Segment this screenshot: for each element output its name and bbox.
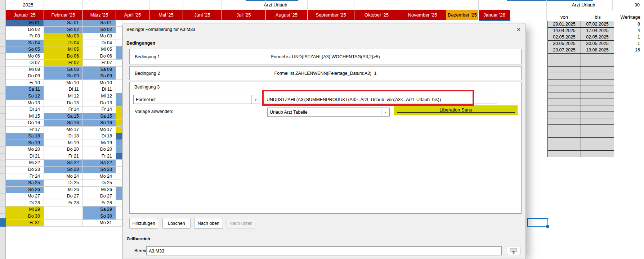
year-cell[interactable]: 2025 bbox=[17, 2, 39, 8]
calendar-day-cell[interactable]: Mo 10 bbox=[44, 80, 83, 87]
calendar-day-cell[interactable]: Do 16 bbox=[6, 120, 44, 127]
calendar-day-cell[interactable]: So 02 bbox=[44, 27, 83, 33]
calendar-day-cell[interactable]: Do 20 bbox=[44, 146, 83, 153]
calendar-day-cell[interactable]: Sa 22 bbox=[44, 160, 83, 167]
calendar-day-cell[interactable]: So 09 bbox=[83, 73, 116, 80]
move-up-button[interactable]: Nach oben bbox=[194, 218, 223, 229]
werktage-cell[interactable] bbox=[614, 112, 641, 118]
formula-input[interactable] bbox=[264, 95, 497, 104]
chevron-down-icon[interactable]: ∨ bbox=[381, 108, 389, 116]
calendar-day-cell[interactable] bbox=[116, 53, 122, 60]
calendar-day-cell[interactable]: Mi 15 bbox=[6, 113, 44, 120]
calendar-day-cell[interactable]: Mo 03 bbox=[44, 33, 83, 40]
calendar-day-cell[interactable]: Di 11 bbox=[44, 86, 83, 93]
month-header-cell[interactable]: August '25 bbox=[266, 10, 308, 20]
calendar-day-cell[interactable]: Sa 01 bbox=[83, 20, 116, 27]
vacation-from-cell[interactable]: 14.04.2025 bbox=[547, 27, 581, 34]
calendar-day-cell[interactable]: Fr 21 bbox=[83, 153, 116, 160]
werktage-cell[interactable]: 4 bbox=[614, 27, 641, 34]
calendar-day-cell[interactable]: So 19 bbox=[6, 140, 44, 147]
calendar-day-cell[interactable] bbox=[116, 187, 122, 194]
calendar-day-cell[interactable]: So 12 bbox=[6, 93, 44, 100]
calendar-day-cell[interactable] bbox=[116, 213, 122, 220]
month-header-cell[interactable]: Mai '25 bbox=[149, 10, 183, 20]
calendar-day-cell[interactable] bbox=[116, 73, 122, 80]
calendar-day-cell[interactable]: Do 06 bbox=[83, 53, 116, 60]
calendar-day-cell[interactable]: Mo 24 bbox=[44, 173, 83, 180]
calendar-day-cell[interactable]: Fr 07 bbox=[44, 60, 83, 67]
werktage-cell[interactable] bbox=[614, 124, 641, 131]
month-header-cell[interactable]: November '25 bbox=[399, 10, 446, 20]
werktage-cell[interactable] bbox=[614, 66, 641, 73]
calendar-day-cell[interactable]: Mi 19 bbox=[83, 140, 116, 147]
calendar-day-cell[interactable]: Di 14 bbox=[6, 106, 44, 113]
werktage-cell[interactable] bbox=[614, 105, 641, 112]
selection-fill-handle[interactable] bbox=[546, 225, 549, 228]
calendar-day-cell[interactable] bbox=[116, 133, 122, 140]
condition-type-dropdown[interactable]: Formel ist ∨ bbox=[133, 95, 260, 104]
calendar-day-cell[interactable] bbox=[116, 113, 122, 120]
werktage-cell[interactable] bbox=[614, 144, 641, 151]
calendar-day-cell[interactable] bbox=[116, 206, 122, 213]
shrink-range-button[interactable] bbox=[507, 246, 520, 255]
vacation-to-cell[interactable] bbox=[581, 66, 614, 73]
vacation-to-cell[interactable] bbox=[581, 92, 614, 99]
calendar-day-cell[interactable] bbox=[44, 220, 83, 227]
calendar-day-cell[interactable]: Do 09 bbox=[6, 73, 44, 80]
vacation-to-cell[interactable] bbox=[581, 105, 614, 112]
calendar-day-cell[interactable]: Sa 04 bbox=[6, 40, 44, 47]
calendar-day-cell[interactable]: Di 18 bbox=[83, 133, 116, 140]
calendar-day-cell[interactable]: Mo 17 bbox=[83, 127, 116, 133]
vacation-to-cell[interactable] bbox=[581, 131, 614, 138]
vacation-to-cell[interactable] bbox=[581, 53, 614, 60]
werktage-cell[interactable] bbox=[614, 79, 641, 86]
calendar-day-cell[interactable] bbox=[44, 206, 83, 213]
vacation-to-cell[interactable] bbox=[581, 99, 614, 105]
month-header-cell[interactable]: September '25 bbox=[308, 10, 354, 20]
calendar-day-cell[interactable]: So 09 bbox=[44, 73, 83, 80]
calendar-day-cell[interactable] bbox=[116, 46, 122, 53]
vacation-from-cell[interactable] bbox=[547, 99, 581, 105]
calendar-day-cell[interactable]: Di 28 bbox=[6, 200, 44, 207]
calendar-day-cell[interactable]: Mi 26 bbox=[83, 187, 116, 194]
calendar-day-cell[interactable]: Fr 14 bbox=[44, 106, 83, 113]
calendar-day-cell[interactable]: Mo 24 bbox=[83, 173, 116, 180]
calendar-day-cell[interactable] bbox=[116, 33, 122, 40]
werktage-cell[interactable] bbox=[614, 118, 641, 125]
calendar-day-cell[interactable]: Fr 28 bbox=[44, 200, 83, 207]
vacation-from-cell[interactable]: 30.05.2025 bbox=[547, 40, 581, 47]
vacation-to-cell[interactable] bbox=[581, 79, 614, 86]
calendar-day-cell[interactable]: Mo 31 bbox=[83, 220, 116, 227]
vacation-from-cell[interactable] bbox=[547, 105, 581, 112]
werktage-cell[interactable]: 8 bbox=[614, 21, 641, 28]
month-header-cell[interactable]: Dezember '25 bbox=[446, 10, 479, 20]
vacation-from-cell[interactable] bbox=[547, 60, 581, 67]
vacation-to-cell[interactable] bbox=[581, 150, 614, 157]
calendar-day-cell[interactable]: So 23 bbox=[83, 167, 116, 173]
calendar-day-cell[interactable]: Sa 15 bbox=[83, 113, 116, 120]
calendar-day-cell[interactable]: Mo 10 bbox=[83, 80, 116, 87]
calendar-day-cell[interactable]: Fr 14 bbox=[83, 106, 116, 113]
calendar-day-cell[interactable]: Sa 18 bbox=[6, 133, 44, 140]
vacation-to-cell[interactable] bbox=[581, 144, 614, 151]
calendar-day-cell[interactable]: Fr 17 bbox=[6, 127, 44, 133]
vacation-from-cell[interactable] bbox=[547, 131, 581, 138]
calendar-day-cell[interactable] bbox=[116, 27, 122, 33]
calendar-day-cell[interactable]: Mo 06 bbox=[6, 53, 44, 60]
calendar-day-cell[interactable]: Fr 03 bbox=[6, 33, 44, 40]
calendar-day-cell[interactable] bbox=[116, 120, 122, 127]
calendar-day-cell[interactable]: Mi 05 bbox=[44, 46, 83, 53]
calendar-day-cell[interactable] bbox=[116, 60, 122, 67]
selected-cell[interactable] bbox=[527, 218, 548, 227]
calendar-day-cell[interactable]: Do 20 bbox=[83, 146, 116, 153]
calendar-day-cell[interactable]: Sa 08 bbox=[83, 67, 116, 73]
calendar-day-cell[interactable]: Mi 29 bbox=[6, 206, 44, 213]
werktage-cell[interactable] bbox=[614, 73, 641, 79]
calendar-day-cell[interactable]: Mi 19 bbox=[44, 140, 83, 147]
calendar-day-cell[interactable] bbox=[116, 106, 122, 113]
chevron-down-icon[interactable]: ∨ bbox=[251, 95, 260, 104]
vacation-to-cell[interactable] bbox=[581, 137, 614, 144]
calendar-day-cell[interactable]: Di 25 bbox=[83, 180, 116, 187]
total-werktage-cell[interactable]: 30 bbox=[621, 2, 640, 8]
werktage-cell[interactable]: 1 bbox=[614, 40, 641, 47]
